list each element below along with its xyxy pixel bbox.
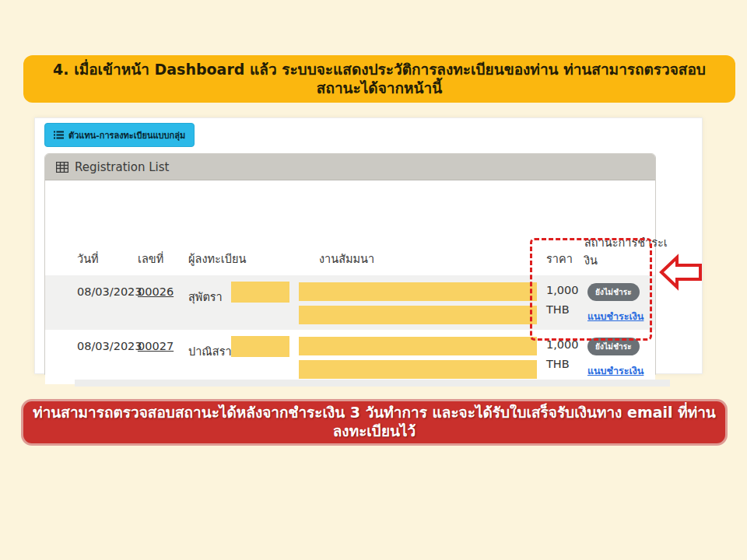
price-amount: 1,000 [546, 284, 579, 296]
cell-date: 08/03/2023 [77, 285, 142, 298]
redaction-block [231, 282, 289, 303]
redaction-block [299, 360, 537, 379]
price-currency: THB [546, 358, 579, 370]
col-header-date: วันที่ [77, 250, 99, 268]
redaction-block [299, 337, 537, 355]
list-icon [54, 131, 64, 139]
registration-list-card: Registration List วันที่ เลขที่ ผู้ลงทะเ… [44, 153, 656, 375]
instruction-banner-step4: 4. เมื่อเข้าหน้า Dashboard แล้ว ระบบจะแส… [23, 55, 735, 103]
attach-payment-link[interactable]: แนบชำระเงิน [587, 309, 644, 324]
note-banner: ท่านสามารถตรวจสอบสถานะได้หลังจากชำระเงิน… [21, 399, 728, 446]
table-row: 08/03/2023 00026 สุพัตรา 1,000 THB ยังไม… [45, 275, 655, 330]
card-title: Registration List [75, 160, 169, 174]
table-icon [56, 162, 68, 173]
group-registration-nav-button[interactable]: ตัวแทน-การลงทะเบียนแบบกลุ่ม [44, 123, 195, 147]
nav-button-label: ตัวแทน-การลงทะเบียนแบบกลุ่ม [68, 128, 185, 142]
col-header-price: ราคา [546, 250, 573, 268]
registration-number-link[interactable]: 00026 [138, 285, 174, 298]
price-amount: 1,000 [546, 338, 579, 351]
card-header: Registration List [45, 154, 655, 180]
price-currency: THB [546, 303, 579, 316]
status-badge: ยังไม่ชำระ [587, 338, 640, 355]
cell-date: 08/03/2023 [77, 340, 142, 352]
cell-price: 1,000 THB [546, 338, 579, 370]
cell-registrant-name: สุพัตรา [188, 288, 223, 306]
attach-payment-link[interactable]: แนบชำระเงิน [587, 363, 644, 379]
table-header-row: วันที่ เลขที่ ผู้ลงทะเบียน งานสัมมนา ราค… [45, 228, 655, 275]
instruction-text: 4. เมื่อเข้าหน้า Dashboard แล้ว ระบบจะแส… [33, 61, 726, 98]
col-header-payment-status: สถานะการชำระเงิน [584, 233, 668, 269]
left-arrow-icon [659, 254, 703, 291]
note-text: ท่านสามารถตรวจสอบสถานะได้หลังจากชำระเงิน… [31, 404, 717, 441]
status-badge: ยังไม่ชำระ [587, 283, 640, 301]
redaction-block [299, 282, 537, 301]
col-header-registrant: ผู้ลงทะเบียน [188, 250, 246, 268]
partial-next-row [75, 380, 670, 387]
col-header-seminar: งานสัมมนา [319, 250, 374, 268]
table-row: 08/03/2023 00027 ปาณิสรา 1,000 THB ยังไม… [45, 330, 655, 384]
registration-number-link[interactable]: 00027 [138, 340, 174, 352]
redaction-block [299, 306, 537, 324]
cell-registrant-name: ปาณิสรา [188, 342, 232, 360]
cell-price: 1,000 THB [546, 284, 579, 316]
redaction-block [231, 336, 289, 357]
col-header-number: เลขที่ [138, 250, 163, 268]
dashboard-screenshot: ตัวแทน-การลงทะเบียนแบบกลุ่ม Registration… [34, 117, 703, 374]
